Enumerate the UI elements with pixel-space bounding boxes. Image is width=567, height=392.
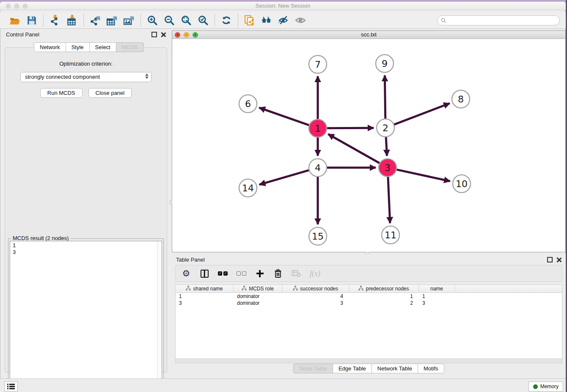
close-panel-icon[interactable] [160, 32, 166, 37]
hide-selected-icon[interactable] [277, 14, 290, 27]
network-minimize-button[interactable]: − [184, 32, 189, 38]
graph-edge-1-6[interactable] [259, 108, 309, 125]
network-view-window: × − + scc.txt 7968124314101511 [172, 30, 566, 252]
hierarchy-icon [358, 286, 363, 292]
zoom-out-icon[interactable] [163, 14, 176, 27]
graph-node-15[interactable]: 15 [309, 227, 327, 245]
graph-node-14[interactable]: 14 [239, 179, 257, 197]
column-header-successor-nodes[interactable]: successor nodes [282, 285, 349, 293]
close-window-button[interactable] [6, 4, 11, 8]
graph-node-9[interactable]: 9 [376, 55, 394, 72]
export-table-icon[interactable] [106, 14, 118, 27]
run-mcds-button[interactable]: Run MCDS [40, 88, 83, 98]
table-row[interactable]: 3dominator323 [176, 300, 562, 306]
graph-node-2[interactable]: 2 [377, 119, 394, 137]
node-label: 7 [315, 59, 321, 70]
delete-icon[interactable] [273, 268, 283, 279]
table-tab-network-table[interactable]: Network Table [372, 364, 418, 373]
graph-node-4[interactable]: 4 [309, 159, 327, 177]
refresh-icon[interactable] [220, 14, 233, 27]
close-panel-button[interactable]: Close panel [88, 88, 132, 98]
hierarchy-icon [186, 286, 191, 292]
search-input[interactable] [449, 17, 556, 23]
float-panel-icon[interactable] [151, 32, 157, 37]
open-session-icon[interactable] [8, 14, 21, 27]
network-canvas[interactable]: 7968124314101511 [172, 39, 565, 252]
deselect-all-icon[interactable] [237, 268, 246, 279]
graph-node-6[interactable]: 6 [239, 95, 257, 113]
zoom-selected-icon[interactable] [197, 14, 209, 27]
graph-edge-2-8[interactable] [394, 103, 450, 124]
node-label: 9 [382, 58, 388, 69]
table-close-panel-icon[interactable] [556, 257, 561, 262]
zoom-in-icon[interactable] [146, 14, 159, 27]
show-columns-icon[interactable] [200, 268, 209, 279]
network-graph[interactable]: 7968124314101511 [172, 39, 565, 252]
control-tab-select[interactable]: Select [89, 42, 116, 52]
mcds-result-groupbox: MCDS result (2 nodes) 1 3 [8, 238, 164, 392]
graph-node-1[interactable]: 1 [309, 119, 327, 137]
import-table-icon[interactable] [66, 14, 78, 27]
splitter-handle-vertical[interactable] [170, 200, 172, 204]
minimize-window-button[interactable] [14, 4, 19, 8]
graph-node-10[interactable]: 10 [453, 175, 471, 193]
mcds-result-list[interactable]: 1 3 [10, 241, 162, 392]
task-history-button[interactable] [4, 381, 18, 392]
zoom-fit-icon[interactable] [180, 14, 193, 27]
result-scrollbar[interactable] [157, 241, 162, 392]
select-all-icon[interactable]: ✓✓ [218, 268, 228, 279]
table-float-panel-icon[interactable] [547, 257, 553, 262]
export-network-icon[interactable] [89, 14, 102, 27]
memory-button[interactable]: Memory [528, 381, 563, 392]
control-panel-header: Control Panel [2, 29, 170, 40]
table-tab-motifs[interactable]: Motifs [418, 364, 444, 373]
graph-edge-3-10[interactable] [396, 170, 450, 181]
graph-edge-1-2[interactable] [327, 128, 374, 128]
network-window-titlebar: × − + scc.txt [172, 31, 565, 39]
combo-stepper-icon [145, 74, 149, 79]
export-image-icon[interactable] [123, 14, 135, 27]
main-toolbar [0, 12, 566, 29]
network-maximize-button[interactable]: + [193, 32, 198, 38]
table-tab-edge-table[interactable]: Edge Table [333, 364, 372, 373]
graph-node-3[interactable]: 3 [379, 159, 396, 177]
mcds-panel: Optimization criterion: strongly connect… [5, 47, 167, 373]
graph-node-8[interactable]: 8 [452, 90, 470, 108]
graph-edge-4-14[interactable] [259, 170, 309, 185]
add-row-icon[interactable] [255, 268, 264, 279]
control-tab-style[interactable]: Style [66, 42, 90, 52]
table-cell: 1 [176, 293, 234, 300]
toolbar-buttons [3, 14, 312, 27]
desktop: Session: New Session Control Panel Netwo… [0, 0, 567, 392]
column-header-MCDS-role[interactable]: MCDS role [234, 285, 282, 293]
control-tab-network[interactable]: Network [34, 42, 66, 52]
graph-node-11[interactable]: 11 [382, 226, 399, 244]
table-cell: 1 [349, 293, 419, 300]
graph-node-7[interactable]: 7 [309, 55, 327, 73]
graph-edge-2-9[interactable] [385, 75, 385, 119]
optimization-criterion-select[interactable]: strongly connected component [20, 72, 151, 82]
graph-edge-2-3[interactable] [386, 137, 387, 156]
graph-edges [259, 75, 450, 224]
control-tab-mcds[interactable]: MCDS [116, 42, 144, 52]
graph-edge-3-1[interactable] [328, 134, 379, 163]
import-network-icon[interactable] [49, 14, 61, 27]
clone-network-icon[interactable] [243, 14, 256, 27]
network-close-button[interactable]: × [175, 32, 180, 38]
first-neighbors-icon[interactable] [260, 14, 273, 27]
table-settings-icon[interactable]: ⚙ [182, 268, 191, 279]
column-header-shared-name[interactable]: shared name [176, 285, 234, 293]
column-header-predecessor-nodes[interactable]: predecessor nodes [349, 285, 419, 293]
save-session-icon[interactable] [25, 14, 38, 27]
table-cell: 1 [419, 293, 455, 300]
graph-edge-3-11[interactable] [388, 177, 390, 223]
table-row[interactable]: 1dominator411 [176, 293, 562, 300]
column-header-name[interactable]: name [419, 285, 455, 293]
table-tab-node-table[interactable]: Node Table [293, 364, 333, 373]
show-hidden-icon[interactable] [294, 14, 307, 27]
network-window-controls: × − + [175, 32, 198, 38]
search-box[interactable] [437, 15, 560, 25]
node-label: 4 [315, 163, 321, 173]
zoom-window-button[interactable] [23, 4, 28, 8]
table-body: 1dominator4113dominator323 [176, 293, 562, 306]
